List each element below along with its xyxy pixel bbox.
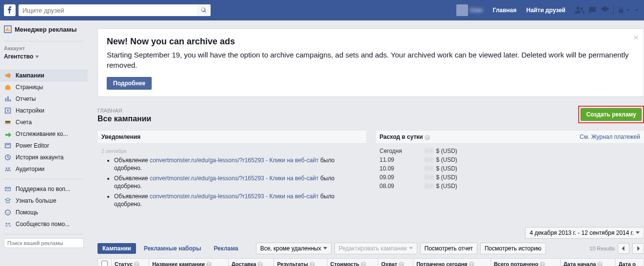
notifications-heading: Уведомления — [101, 133, 140, 140]
sidebar-help: Поддержка по воп... Узнать больше ? Помо… — [0, 183, 88, 230]
sidebar-item-reports[interactable]: Отчеты — [0, 93, 88, 105]
sidebar-item-conversion[interactable]: Отслеживание ко... — [0, 128, 88, 140]
col-spent-total[interactable]: Всего потрачено? — [490, 258, 560, 266]
sidebar-community[interactable]: Сообщество помо... — [0, 218, 88, 230]
svg-rect-5 — [5, 121, 11, 122]
spend-heading: Расход в сутки? — [380, 133, 430, 140]
sidebar-item-label: Настройки — [16, 107, 44, 114]
results-count: 10 Results — [589, 246, 615, 251]
notification-link[interactable]: convertmonster.ru/edu/ga-lessons/?r16529… — [150, 175, 319, 182]
notification-link[interactable]: convertmonster.ru/edu/ga-lessons/?r16529… — [150, 157, 319, 164]
view-history-button[interactable]: Посмотреть историю — [480, 243, 546, 254]
sidebar-learn[interactable]: Узнать больше — [0, 195, 88, 207]
sidebar-item-label: Страницы — [16, 84, 43, 91]
sidebar-support[interactable]: Поддержка по воп... — [0, 183, 88, 195]
view-report-button[interactable]: Посмотреть отчет — [420, 243, 477, 254]
sidebar-item-campaigns[interactable]: Кампании — [0, 70, 88, 81]
home-link[interactable]: Главная — [488, 4, 522, 17]
sidebar-item-label: Узнать больше — [16, 197, 56, 204]
notification-link[interactable]: convertmonster.ru/edu/ga-lessons/?r16529… — [150, 193, 319, 200]
col-end-date[interactable]: Дата о — [615, 258, 644, 266]
tab-campaigns[interactable]: Кампании — [98, 243, 136, 254]
power-editor-icon — [4, 142, 12, 150]
pager-next-button[interactable] — [632, 243, 644, 254]
tab-adsets[interactable]: Рекламные наборы — [139, 243, 206, 254]
sidebar-item-settings[interactable]: Настройки — [0, 105, 88, 116]
archive-notice-card: × New! Now you can archive ads Starting … — [98, 28, 644, 97]
col-results[interactable]: Результаты? — [274, 258, 327, 266]
billing-log-link[interactable]: См. Журнал платежей — [580, 133, 640, 140]
sidebar-search-input[interactable] — [4, 238, 84, 248]
sidebar-item-label: Отслеживание ко... — [16, 131, 68, 137]
friend-requests-icon[interactable] — [573, 4, 586, 17]
page-title: Все кампании — [98, 114, 151, 123]
help-icon[interactable]: ? — [425, 135, 430, 140]
help-icon[interactable]: ? — [361, 262, 366, 266]
sidebar-item-label: Помощь — [16, 209, 38, 216]
col-start-date[interactable]: Дата начала? — [560, 258, 615, 266]
spend-row: 08.090.0$ (USD) — [380, 182, 641, 190]
sidebar-help-item[interactable]: ? Помощь — [0, 207, 88, 218]
help-icon[interactable]: ? — [540, 262, 545, 266]
privacy-shortcuts[interactable] — [616, 7, 631, 14]
col-cost[interactable]: Стоимость? — [327, 258, 378, 266]
account-selector[interactable]: Агентство — [0, 51, 88, 65]
settings-dropdown[interactable] — [631, 9, 640, 11]
account-name: Агентство — [4, 53, 33, 60]
facebook-logo[interactable] — [4, 4, 16, 16]
breadcrumb[interactable]: ГЛАВНАЯ — [98, 108, 151, 114]
date-range-selector[interactable]: 4 декабря 2013 г. - 12 сентября 2014 г. — [525, 227, 644, 239]
sidebar-item-label: История аккаунта — [16, 154, 64, 161]
sidebar-item-billing[interactable]: Счета — [0, 116, 88, 128]
col-reach[interactable]: Охват? — [378, 258, 413, 266]
help-icon[interactable]: ? — [310, 262, 315, 266]
help-icon[interactable]: ? — [469, 262, 474, 266]
divider — [613, 6, 614, 15]
col-spent-today[interactable]: Потрачено сегодня? — [413, 258, 491, 266]
close-icon[interactable]: × — [633, 33, 639, 43]
settings-icon — [4, 107, 12, 114]
search-icon — [201, 7, 207, 13]
help-icon[interactable]: ? — [399, 262, 404, 266]
help-icon[interactable]: ? — [134, 262, 139, 266]
messages-icon[interactable] — [586, 4, 599, 17]
svg-rect-3 — [7, 110, 9, 112]
spend-panel: Расход в сутки? См. Журнал платежей Сего… — [376, 130, 644, 214]
learn-more-button[interactable]: Подробнее — [107, 77, 152, 90]
svg-point-15 — [8, 223, 10, 225]
notifications-icon[interactable] — [599, 4, 611, 17]
help-icon[interactable]: ? — [597, 262, 603, 266]
mail-icon — [4, 185, 12, 193]
billing-icon — [4, 118, 12, 126]
sidebar-item-audiences[interactable]: Аудитории — [0, 163, 88, 175]
create-ad-button[interactable]: Создать рекламу — [581, 108, 642, 121]
col-status[interactable]: Статус? — [112, 258, 149, 266]
pager-prev-button[interactable] — [618, 243, 629, 254]
edit-campaigns-button: Редактировать кампании — [334, 243, 417, 254]
help-icon[interactable]: ? — [206, 262, 212, 266]
profile-link[interactable]: User — [451, 4, 488, 17]
ads-manager-title[interactable]: Менеджер рекламы — [0, 25, 88, 37]
profile-name: User — [470, 7, 483, 14]
chevron-down-icon — [636, 231, 640, 234]
col-delivery[interactable]: Доставка? — [228, 258, 274, 266]
tab-ads[interactable]: Реклама — [209, 243, 243, 254]
chevron-down-icon — [626, 9, 629, 11]
find-friends-link[interactable]: Найти друзей — [522, 4, 570, 17]
sidebar-item-history[interactable]: История аккаунта — [0, 152, 88, 163]
sidebar-item-power-editor[interactable]: Power Editor — [0, 140, 88, 152]
search-button[interactable] — [197, 4, 211, 16]
sidebar-search-wrap — [4, 238, 84, 248]
chevron-down-icon — [635, 9, 638, 11]
manager-icon — [4, 25, 12, 33]
col-name[interactable]: Название кампании? — [149, 258, 229, 266]
filter-selector[interactable]: Все, кроме удаленных — [256, 243, 332, 254]
select-all-checkbox[interactable] — [101, 261, 108, 266]
search-input[interactable] — [19, 4, 211, 16]
tracking-icon — [4, 130, 12, 138]
sidebar-item-pages[interactable]: Страницы — [0, 81, 88, 93]
help-icon[interactable]: ? — [257, 262, 263, 266]
sidebar-item-label: Сообщество помо... — [16, 221, 70, 228]
svg-point-14 — [6, 223, 8, 225]
topbar: User Главная Найти друзей — [0, 0, 644, 20]
